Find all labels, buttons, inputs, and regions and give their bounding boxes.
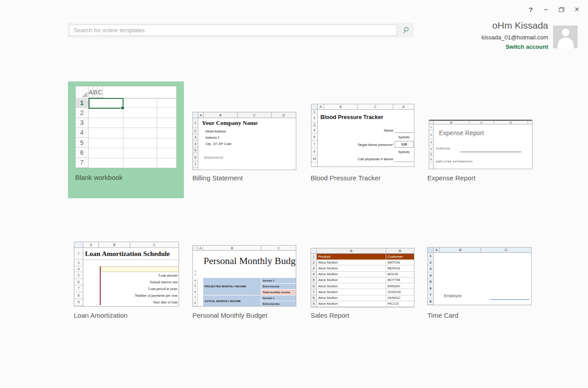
column-letter: D bbox=[393, 104, 414, 109]
template-label: Blood Pressure Tracker bbox=[311, 174, 381, 182]
row-headers: 13456789 bbox=[74, 248, 83, 306]
table-row: 9 Alice Mutton PICCO bbox=[311, 301, 414, 307]
income1-cell: Income 1 bbox=[261, 278, 296, 284]
search-bar bbox=[68, 23, 414, 38]
row-number: 4 bbox=[429, 145, 433, 153]
template-label: Personal Monthly Budget bbox=[192, 311, 268, 319]
column-letter: A bbox=[89, 86, 93, 98]
template-label: Blank workbook bbox=[75, 174, 123, 181]
column-letter: C bbox=[358, 104, 393, 109]
minimize-button[interactable]: – bbox=[540, 4, 552, 15]
row-headers: 12345678 bbox=[428, 253, 434, 305]
customer-cell: ERNSH bbox=[386, 283, 414, 289]
template-label: Time Card bbox=[427, 311, 458, 319]
template-label: Loan Amortization bbox=[74, 311, 128, 319]
table-row: 8 Alice Mutton HUNGC bbox=[311, 295, 414, 301]
row-number: 3 bbox=[74, 260, 83, 266]
column-letter: A bbox=[83, 242, 99, 247]
row-number: 2 bbox=[193, 128, 198, 134]
sheet-title: Expense Report bbox=[439, 129, 484, 136]
template-personal-monthly-budget[interactable]: ABC Personal Monthly Budget 23 45678 PRO… bbox=[192, 245, 296, 320]
column-letter: B bbox=[324, 104, 358, 109]
total-monthly-income-cell: Total monthly income bbox=[261, 290, 296, 295]
header-band bbox=[100, 266, 179, 272]
fill-handle bbox=[121, 106, 124, 110]
table-row: 7 Alice Mutton GODOS bbox=[311, 289, 414, 295]
row-number: 8 bbox=[74, 292, 83, 299]
extra-income-cell: Extra income bbox=[261, 301, 296, 307]
product-cell: Alice Mutton bbox=[317, 295, 386, 301]
row-number: 7 bbox=[311, 289, 317, 295]
row-number: 8 bbox=[311, 295, 317, 301]
call-physician-label: Call physician if above bbox=[311, 157, 393, 161]
row-number: 7 bbox=[74, 286, 83, 292]
row-number: 1 bbox=[311, 254, 317, 260]
row-number: 6 bbox=[193, 289, 198, 295]
template-time-card[interactable]: ABC 12345678 Employee bbox=[427, 247, 532, 319]
column-letter: C bbox=[481, 247, 531, 252]
street-address-text: Street Address bbox=[205, 130, 226, 133]
row-number: 3 bbox=[76, 118, 88, 128]
row-number: 1 bbox=[429, 124, 433, 130]
row-number: 8 bbox=[428, 298, 434, 305]
customer-cell: PICCO bbox=[386, 301, 414, 307]
sheet-title: Loan Amortization Schedule bbox=[85, 250, 179, 258]
avatar[interactable] bbox=[553, 26, 578, 48]
close-button[interactable]: ✕ bbox=[571, 4, 583, 15]
projected-income-header: PROJECTED MONTHLY INCOME bbox=[203, 278, 261, 295]
field-label: Loan period in years bbox=[101, 286, 178, 292]
column-letter: A bbox=[317, 248, 386, 253]
selected-cell-a1 bbox=[89, 98, 124, 109]
template-billing-statement[interactable]: ABCD 1234567 Your Company Name Street Ad… bbox=[192, 112, 296, 181]
column-letter: D bbox=[272, 112, 296, 118]
row-number: 5 bbox=[74, 272, 83, 279]
target-bp-label: Target blood pressure* bbox=[311, 143, 393, 147]
template-expense-report[interactable]: BCD 123456 Expense Report PURPOSE: EMPLO… bbox=[429, 119, 533, 182]
search-input[interactable] bbox=[69, 25, 397, 36]
row-number: 6 bbox=[76, 148, 88, 158]
expense-report-thumbnail: BCD 123456 Expense Report PURPOSE: EMPLO… bbox=[429, 119, 533, 169]
employee-info-label: EMPLOYEE INFORMATION: bbox=[436, 160, 473, 163]
column-headers: ABC bbox=[193, 246, 296, 251]
table-header-row: 1 Product Customer bbox=[311, 254, 414, 260]
city-line-text: City , ST ZIP Code bbox=[205, 142, 231, 145]
row-headers: 1234567 bbox=[76, 98, 89, 168]
template-loan-amortization[interactable]: ABC 13456789 Loan Amortization Schedule … bbox=[74, 242, 179, 320]
column-headers: ABC bbox=[428, 247, 531, 253]
row-number: 7 bbox=[193, 162, 198, 168]
column-letter: B bbox=[434, 121, 469, 124]
blank-workbook-thumbnail: ABC 1234567 bbox=[75, 86, 177, 168]
customer-cell: ANTON bbox=[386, 260, 414, 265]
template-sales-report[interactable]: AB 1 Product Customer 2 Alice Mutton ANT… bbox=[311, 248, 414, 321]
restore-button[interactable] bbox=[556, 4, 567, 15]
customer-cell: HUNGC bbox=[386, 295, 414, 301]
product-cell: Alice Mutton bbox=[317, 260, 386, 265]
column-letter: B bbox=[386, 248, 414, 253]
template-blood-pressure-tracker[interactable]: ABCD 123467910 Blood Pressure Tracker Na… bbox=[311, 104, 414, 181]
table-row: 2 Alice Mutton ANTON bbox=[311, 260, 414, 265]
account-name: oHm Kissada bbox=[492, 20, 548, 31]
sheet-title: Personal Monthly Budget bbox=[204, 256, 296, 267]
systolic-label: Systolic bbox=[395, 135, 413, 139]
systolic-label: Systolic bbox=[395, 150, 413, 154]
row-number: 2 bbox=[428, 260, 434, 266]
column-letter: C bbox=[98, 86, 103, 98]
template-blank-workbook[interactable]: ABC 1234567 Blank workbook bbox=[68, 81, 184, 198]
row-number: 4 bbox=[311, 272, 317, 277]
template-label: Billing Statement bbox=[192, 174, 243, 182]
row-headers: 1234567 bbox=[193, 118, 198, 170]
row-number: 1 bbox=[76, 98, 88, 108]
customer-cell: BERGS bbox=[386, 265, 414, 271]
switch-account-link[interactable]: Switch account bbox=[506, 43, 548, 50]
column-letter: A bbox=[198, 246, 203, 250]
row-number: 4 bbox=[428, 273, 434, 279]
template-label: Sales Report bbox=[311, 311, 349, 319]
column-headers: ABCD bbox=[311, 104, 414, 110]
table-row: 4 Alice Mutton BOLID bbox=[311, 272, 414, 277]
search-button[interactable] bbox=[398, 25, 413, 36]
row-number: 2 bbox=[76, 108, 88, 118]
column-headers: ABC bbox=[74, 242, 179, 248]
column-letter: A bbox=[318, 104, 324, 109]
help-button[interactable]: ? bbox=[525, 4, 537, 15]
column-letter: A bbox=[198, 112, 204, 118]
